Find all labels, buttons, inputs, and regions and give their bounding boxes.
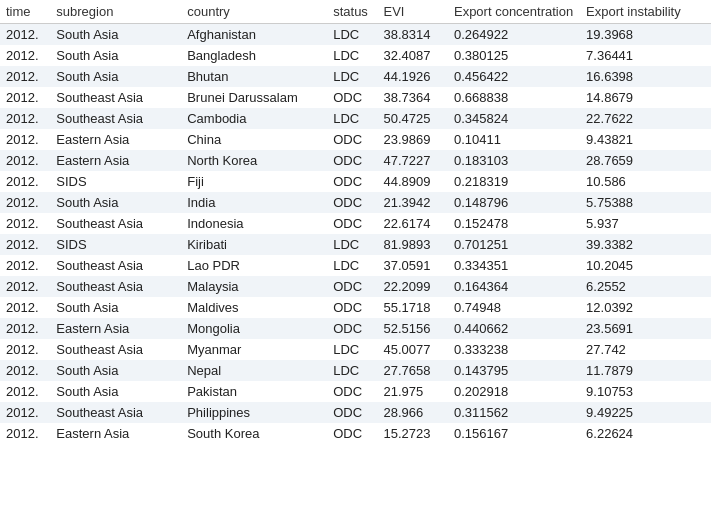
table-cell: 27.742 <box>580 339 711 360</box>
table-cell: 2012. <box>0 129 50 150</box>
table-cell: Southeast Asia <box>50 276 181 297</box>
table-cell: 6.22624 <box>580 423 711 444</box>
table-cell: ODC <box>327 276 377 297</box>
table-cell: 21.975 <box>378 381 448 402</box>
table-cell: LDC <box>327 255 377 276</box>
table-cell: Philippines <box>181 402 327 423</box>
table-cell: LDC <box>327 108 377 129</box>
table-cell: 2012. <box>0 150 50 171</box>
table-cell: 0.183103 <box>448 150 580 171</box>
table-cell: ODC <box>327 423 377 444</box>
table-cell: 0.202918 <box>448 381 580 402</box>
table-cell: Southeast Asia <box>50 339 181 360</box>
table-cell: 28.966 <box>378 402 448 423</box>
table-cell: 27.7658 <box>378 360 448 381</box>
table-cell: Eastern Asia <box>50 129 181 150</box>
table-cell: China <box>181 129 327 150</box>
table-cell: 38.7364 <box>378 87 448 108</box>
table-cell: ODC <box>327 150 377 171</box>
table-cell: 0.148796 <box>448 192 580 213</box>
table-cell: India <box>181 192 327 213</box>
table-cell: ODC <box>327 87 377 108</box>
table-cell: South Asia <box>50 24 181 46</box>
table-cell: 0.156167 <box>448 423 580 444</box>
table-cell: 2012. <box>0 297 50 318</box>
table-cell: 2012. <box>0 192 50 213</box>
table-cell: 5.937 <box>580 213 711 234</box>
table-row: 2012.South AsiaIndiaODC21.39420.1487965.… <box>0 192 711 213</box>
table-cell: 0.74948 <box>448 297 580 318</box>
table-cell: 0.152478 <box>448 213 580 234</box>
table-cell: 0.380125 <box>448 45 580 66</box>
table-row: 2012.Southeast AsiaMyanmarLDC45.00770.33… <box>0 339 711 360</box>
table-cell: 5.75388 <box>580 192 711 213</box>
table-cell: ODC <box>327 171 377 192</box>
table-row: 2012.Eastern AsiaMongoliaODC52.51560.440… <box>0 318 711 339</box>
table-cell: ODC <box>327 129 377 150</box>
table-cell: Southeast Asia <box>50 255 181 276</box>
header-row: time subregion country status EVI Export… <box>0 0 711 24</box>
table-row: 2012.South AsiaNepalLDC27.76580.14379511… <box>0 360 711 381</box>
table-cell: 81.9893 <box>378 234 448 255</box>
table-cell: Malaysia <box>181 276 327 297</box>
table-cell: 0.164364 <box>448 276 580 297</box>
table-cell: 2012. <box>0 360 50 381</box>
table-cell: South Korea <box>181 423 327 444</box>
table-cell: 0.456422 <box>448 66 580 87</box>
table-cell: 0.701251 <box>448 234 580 255</box>
header-country: country <box>181 0 327 24</box>
table-cell: 39.3382 <box>580 234 711 255</box>
table-cell: Afghanistan <box>181 24 327 46</box>
table-row: 2012.Southeast AsiaBrunei DarussalamODC3… <box>0 87 711 108</box>
table-cell: 23.9869 <box>378 129 448 150</box>
table-row: 2012.Southeast AsiaCambodiaLDC50.47250.3… <box>0 108 711 129</box>
table-cell: 2012. <box>0 234 50 255</box>
table-cell: 2012. <box>0 171 50 192</box>
table-cell: 0.264922 <box>448 24 580 46</box>
table-cell: 22.7622 <box>580 108 711 129</box>
table-cell: Fiji <box>181 171 327 192</box>
table-cell: 21.3942 <box>378 192 448 213</box>
table-cell: 22.6174 <box>378 213 448 234</box>
table-cell: Brunei Darussalam <box>181 87 327 108</box>
table-cell: 44.1926 <box>378 66 448 87</box>
table-cell: Myanmar <box>181 339 327 360</box>
table-cell: ODC <box>327 192 377 213</box>
table-cell: 9.49225 <box>580 402 711 423</box>
table-cell: Indonesia <box>181 213 327 234</box>
table-cell: 7.36441 <box>580 45 711 66</box>
table-cell: South Asia <box>50 66 181 87</box>
table-row: 2012.Southeast AsiaMalaysiaODC22.20990.1… <box>0 276 711 297</box>
table-row: 2012.South AsiaPakistanODC21.9750.202918… <box>0 381 711 402</box>
table-cell: 37.0591 <box>378 255 448 276</box>
table-cell: 9.10753 <box>580 381 711 402</box>
table-cell: 2012. <box>0 66 50 87</box>
table-cell: South Asia <box>50 45 181 66</box>
table-cell: SIDS <box>50 171 181 192</box>
table-cell: Southeast Asia <box>50 87 181 108</box>
table-cell: 0.334351 <box>448 255 580 276</box>
table-cell: 10.586 <box>580 171 711 192</box>
table-cell: ODC <box>327 381 377 402</box>
table-cell: 2012. <box>0 339 50 360</box>
table-cell: ODC <box>327 213 377 234</box>
table-cell: 14.8679 <box>580 87 711 108</box>
table-cell: 0.10411 <box>448 129 580 150</box>
table-cell: 44.8909 <box>378 171 448 192</box>
table-cell: Pakistan <box>181 381 327 402</box>
table-cell: ODC <box>327 318 377 339</box>
table-cell: 16.6398 <box>580 66 711 87</box>
table-cell: 32.4087 <box>378 45 448 66</box>
table-cell: Eastern Asia <box>50 423 181 444</box>
table-cell: LDC <box>327 66 377 87</box>
table-cell: Lao PDR <box>181 255 327 276</box>
table-cell: 28.7659 <box>580 150 711 171</box>
header-subregion: subregion <box>50 0 181 24</box>
table-cell: SIDS <box>50 234 181 255</box>
table-cell: 22.2099 <box>378 276 448 297</box>
table-cell: Nepal <box>181 360 327 381</box>
table-cell: 2012. <box>0 24 50 46</box>
table-cell: Southeast Asia <box>50 402 181 423</box>
table-cell: North Korea <box>181 150 327 171</box>
table-cell: South Asia <box>50 381 181 402</box>
